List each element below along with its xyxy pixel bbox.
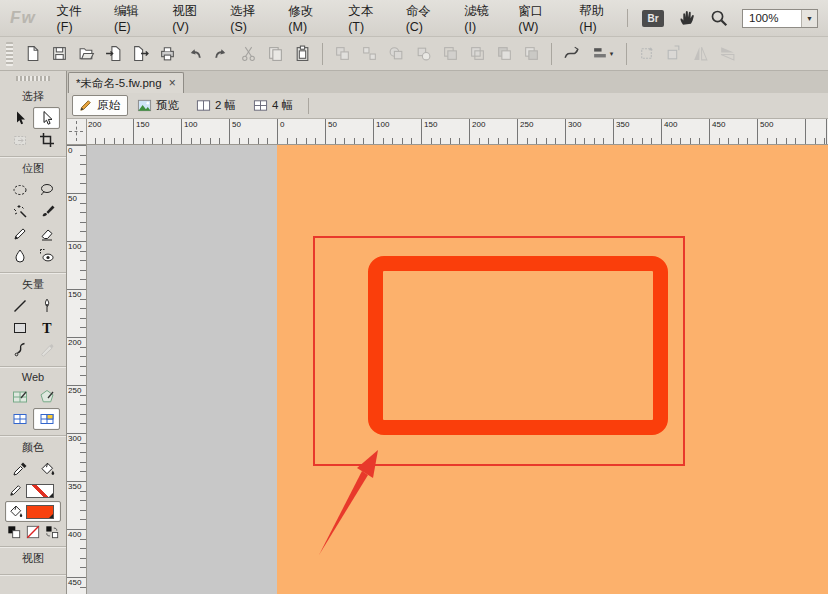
menu-select[interactable]: 选择(S) (219, 0, 277, 38)
paint-bucket-tool[interactable] (33, 458, 60, 480)
open-icon[interactable] (74, 41, 99, 66)
view-mode-2up[interactable]: 2 幅 (190, 95, 244, 116)
fill-color-well[interactable] (5, 501, 61, 522)
show-slices-button[interactable] (33, 408, 60, 430)
slice-tool[interactable] (6, 386, 33, 408)
polygon-slice-tool[interactable] (33, 386, 60, 408)
menu-commands[interactable]: 命令(C) (395, 0, 454, 38)
paste-icon[interactable] (290, 41, 315, 66)
view-mode-bar: 原始 预览 2 幅 4 幅 (67, 93, 828, 119)
two-up-icon (196, 98, 211, 113)
align-icon[interactable]: ▾ (586, 41, 619, 66)
stroke-color-well[interactable] (5, 480, 61, 501)
fireworks-window: Fw 文件(F) 编辑(E) 视图(V) 选择(S) 修改(M) 文本(T) 命… (0, 0, 828, 594)
view-mode-label: 预览 (156, 98, 179, 113)
toolbar-grip[interactable] (6, 42, 13, 66)
text-tool[interactable]: T (33, 317, 60, 339)
zoom-level-value: 100% (743, 12, 801, 24)
hand-tool-icon[interactable] (678, 9, 696, 27)
menu-window[interactable]: 窗口(W) (507, 0, 568, 38)
menu-modify[interactable]: 修改(M) (277, 0, 337, 38)
bridge-icon[interactable]: Br (642, 10, 664, 27)
rubber-stamp-tool[interactable] (33, 245, 60, 267)
horizontal-ruler: 2001501005005010015020025030035040045050… (87, 119, 828, 145)
tools-section-label: 选择 (0, 89, 66, 104)
magnifier-icon[interactable] (710, 9, 728, 27)
freeform-tool[interactable] (6, 339, 33, 361)
pencil-icon (78, 98, 93, 113)
view-mode-preview[interactable]: 预览 (131, 95, 187, 116)
knife-tool (33, 339, 60, 361)
annotation-arrow (312, 445, 392, 565)
menu-view[interactable]: 视图(V) (161, 0, 219, 38)
brush-tool[interactable] (33, 201, 60, 223)
zoom-level-dropdown[interactable]: 100% ▼ (742, 9, 818, 28)
new-document-icon[interactable] (20, 41, 45, 66)
print-icon[interactable] (155, 41, 180, 66)
rounded-rectangle-shape[interactable] (368, 256, 668, 435)
cut-icon (236, 41, 261, 66)
pen-tool[interactable] (33, 295, 60, 317)
crop-tool[interactable] (33, 129, 60, 151)
default-colors-button[interactable] (5, 522, 24, 541)
four-up-icon (253, 98, 268, 113)
magic-wand-tool[interactable] (6, 201, 33, 223)
export-area-tool (6, 129, 33, 151)
undo-icon[interactable] (182, 41, 207, 66)
view-mode-label: 原始 (97, 98, 120, 113)
document-canvas[interactable] (277, 145, 828, 594)
paint-bucket-icon (8, 504, 23, 519)
lasso-tool[interactable] (33, 179, 60, 201)
menu-file[interactable]: 文件(F) (46, 0, 103, 38)
tools-panel: 选择位图矢量TWeb颜色视图 (0, 71, 67, 594)
toolbar-separator (626, 43, 627, 65)
pencil-tool[interactable] (6, 223, 33, 245)
blur-tool[interactable] (6, 245, 33, 267)
document-tab[interactable]: *未命名-5.fw.png × (68, 72, 184, 93)
no-stroke-or-fill-button[interactable] (24, 522, 43, 541)
tools-section-label: 视图 (0, 551, 66, 566)
document-title: *未命名-5.fw.png (76, 76, 162, 91)
stroke-color-swatch[interactable] (26, 484, 54, 498)
subselection-tool[interactable] (33, 107, 60, 129)
toolbar-separator (322, 43, 323, 65)
view-mode-label: 2 幅 (215, 98, 236, 113)
chevron-down-icon[interactable]: ▼ (801, 10, 817, 27)
menu-filters[interactable]: 滤镜(I) (453, 0, 507, 38)
tools-section-label: 矢量 (0, 277, 66, 292)
oval-marquee-tool[interactable] (6, 179, 33, 201)
redo-icon[interactable] (209, 41, 234, 66)
simplify-path-icon[interactable] (559, 41, 584, 66)
menu-text[interactable]: 文本(T) (337, 0, 394, 38)
save-icon[interactable] (47, 41, 72, 66)
swap-colors-button[interactable] (43, 522, 62, 541)
intersect-icon (438, 41, 463, 66)
pencil-icon (8, 483, 23, 498)
close-tab-icon[interactable]: × (169, 77, 176, 89)
menu-bar: Fw 文件(F) 编辑(E) 视图(V) 选择(S) 修改(M) 文本(T) 命… (0, 0, 828, 37)
tools-section-label: 颜色 (0, 440, 66, 455)
union-icon (384, 41, 409, 66)
punch-icon (411, 41, 436, 66)
view-mode-original[interactable]: 原始 (72, 95, 128, 116)
tools-panel-grip[interactable] (16, 76, 50, 81)
rectangle-tool[interactable] (6, 317, 33, 339)
numeric-transform-icon (661, 41, 686, 66)
pasteboard (87, 145, 828, 594)
free-transform-icon (634, 41, 659, 66)
import-icon[interactable] (101, 41, 126, 66)
export-icon[interactable] (128, 41, 153, 66)
menu-edit[interactable]: 编辑(E) (103, 0, 161, 38)
hide-slices-button[interactable] (6, 408, 33, 430)
crop-paths-icon (465, 41, 490, 66)
flip-horizontal-icon (688, 41, 713, 66)
line-tool[interactable] (6, 295, 33, 317)
menu-help[interactable]: 帮助(H) (568, 0, 627, 38)
ruler-origin-icon[interactable] (67, 119, 87, 145)
pointer-tool[interactable] (6, 107, 33, 129)
eyedropper-tool[interactable] (6, 458, 33, 480)
eraser-tool[interactable] (33, 223, 60, 245)
fill-color-swatch[interactable] (26, 505, 54, 519)
view-mode-4up[interactable]: 4 幅 (247, 95, 301, 116)
tools-section-label: Web (0, 371, 66, 383)
